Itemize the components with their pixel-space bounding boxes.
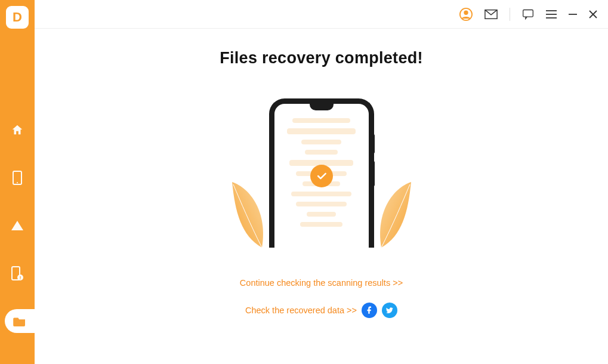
facebook-icon	[365, 306, 374, 314]
twitter-icon	[385, 306, 394, 314]
page-heading: Files recovery completed!	[220, 49, 423, 67]
close-icon	[589, 10, 597, 18]
phone-side-button-2	[372, 161, 375, 186]
topbar-divider	[510, 8, 510, 21]
svg-text:!: !	[20, 275, 21, 280]
phone-alert-icon: !	[11, 266, 23, 280]
svg-point-1	[17, 182, 18, 183]
app-logo: D	[6, 6, 29, 29]
menu-icon	[546, 10, 557, 19]
home-icon	[11, 124, 24, 137]
check-recovered-link[interactable]: Check the recovered data >>	[245, 306, 357, 315]
phone-icon	[12, 171, 23, 185]
main-area: Files recovery completed!	[35, 0, 608, 364]
sidebar-item-folder[interactable]	[5, 309, 35, 333]
cloud-icon	[10, 220, 24, 232]
success-illustration	[244, 92, 399, 248]
feedback-button[interactable]	[522, 8, 534, 20]
minimize-icon	[569, 10, 577, 18]
leaf-left-icon	[226, 182, 268, 248]
svg-point-6	[464, 10, 468, 14]
svg-rect-8	[523, 10, 533, 17]
title-bar	[35, 0, 608, 29]
folder-open-icon	[13, 316, 26, 326]
success-check-badge	[310, 165, 333, 187]
phone-side-button-1	[372, 134, 375, 153]
continue-scanning-link[interactable]: Continue checking the scanning results >…	[240, 278, 403, 288]
sidebar-item-home[interactable]	[0, 118, 35, 142]
close-button[interactable]	[589, 10, 597, 18]
phone-notch	[310, 103, 334, 110]
sidebar: D !	[0, 0, 35, 364]
mail-icon	[484, 9, 498, 20]
share-facebook-button[interactable]	[362, 303, 377, 318]
sidebar-item-phone-alert[interactable]: !	[0, 261, 35, 285]
phone-mock	[269, 98, 374, 248]
minimize-button[interactable]	[569, 10, 577, 18]
user-button[interactable]	[459, 8, 473, 21]
feedback-icon	[522, 8, 534, 20]
leaf-right-icon	[375, 182, 417, 248]
mail-button[interactable]	[484, 9, 498, 20]
check-icon	[316, 170, 328, 182]
content: Files recovery completed!	[35, 29, 608, 364]
user-icon	[459, 8, 473, 21]
share-twitter-button[interactable]	[382, 303, 397, 318]
menu-button[interactable]	[546, 10, 557, 19]
sidebar-item-phone[interactable]	[0, 166, 35, 190]
sidebar-item-cloud[interactable]	[0, 214, 35, 237]
logo-letter: D	[13, 10, 22, 25]
